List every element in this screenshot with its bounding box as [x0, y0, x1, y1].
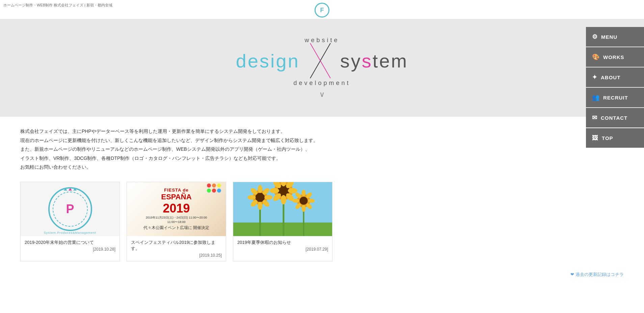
card-fiesta-title: スペインフェスティバル2019に参加致します。 — [131, 239, 222, 252]
card-phase-date: [2019.10.28] — [25, 247, 115, 252]
intro-line2: 現在のホームページに更新機能を付けたい、新しくこんな機能を追加したいなど、デザイ… — [20, 136, 385, 145]
card-fiesta-image: FIESTA de ESPAÑA 2019 2019年11月23日(土)・24日… — [127, 182, 226, 236]
more-link-section: ❤ 過去の更新記録はコチラ — [0, 268, 644, 284]
intro-line3: また、新規ホームページの制作やリニューアルなどのホームページ制作、WEBシステム… — [20, 145, 385, 154]
dot-orange — [212, 183, 216, 188]
sidenav-contact-label: CONTACT — [601, 115, 627, 121]
more-link-anchor[interactable]: ❤ 過去の更新記録はコチラ — [570, 272, 624, 277]
card-fiesta[interactable]: FIESTA de ESPAÑA 2019 2019年11月23日(土)・24日… — [127, 182, 226, 261]
sidenav-about-label: ABOUT — [601, 75, 620, 80]
side-navigation: ⚙ MENU 🎨 WORKS ✦ ABOUT 👥 RECRUIT ✉ CONTA… — [586, 27, 644, 148]
phase-ring: P — [48, 187, 92, 231]
fiesta-venue: 代々木公園イベント広場に 開催決定 — [143, 225, 209, 231]
cross-graphic — [300, 47, 340, 74]
sidenav-works-button[interactable]: 🎨 WORKS — [586, 47, 644, 67]
fiesta-inner: FIESTA de ESPAÑA 2019 2019年11月23日(土)・24日… — [143, 188, 209, 230]
svg-point-9 — [258, 202, 263, 210]
chevron-down-icon: ∨ — [221, 90, 423, 99]
sidenav-top-label: TOP — [602, 135, 613, 141]
svg-point-33 — [293, 199, 299, 203]
phase-p-letter: P — [66, 202, 74, 216]
tab-title: ホームページ制作・WEB制作 株式会社フェイズ | 新宿・都内全域 — [3, 3, 112, 8]
intro-line5: お気軽にお問い合わせください。 — [20, 163, 385, 172]
fiesta-year: 2019 — [143, 201, 209, 216]
development-label: development — [221, 80, 423, 87]
dot-red — [207, 183, 211, 188]
sidenav-top-button[interactable]: 🖼 TOP — [586, 128, 644, 148]
svg-point-26 — [300, 197, 308, 205]
svg-point-22 — [270, 188, 279, 193]
phase-subtitle: System.Produces&Management — [44, 231, 96, 234]
send-icon: ✉ — [592, 114, 597, 121]
fiesta-date-detail: 2019年11月23日(土)・24日(日) 11:00〜20:0011:00〜1… — [143, 216, 209, 224]
recruit-icon: 👥 — [592, 94, 600, 101]
works-icon: 🎨 — [592, 53, 600, 61]
svg-point-5 — [258, 185, 263, 193]
header: ホームページ制作・WEB制作 株式会社フェイズ | 新宿・都内全域 F — [0, 0, 644, 19]
card-phase-image: P System.Produces&Management — [21, 182, 119, 236]
sunflower-svg — [233, 182, 332, 236]
card-sunflower[interactable]: 2019年夏季休暇のお知らせ [2019.07.29] — [233, 182, 332, 261]
intro-line1: 株式会社フェイズでは、主にPHPやデーターベース等を利用した運用・更新作業を簡単… — [20, 127, 385, 136]
sidenav-menu-label: MENU — [601, 34, 617, 40]
hero-inner: website design system development ∨ — [221, 37, 423, 99]
card-phase-info: 2019-2020年末年始の営業について [2019.10.28] — [21, 236, 119, 255]
hero-section: website design system development ∨ — [0, 19, 644, 117]
logo[interactable]: F — [315, 3, 329, 18]
intro-section: 株式会社フェイズでは、主にPHPやデーターベース等を利用した運用・更新作業を簡単… — [0, 117, 405, 175]
sidenav-menu-button[interactable]: ⚙ MENU — [586, 27, 644, 47]
svg-point-29 — [308, 199, 315, 203]
svg-point-7 — [264, 195, 272, 200]
card-sunflower-date: [2019.07.29] — [237, 247, 328, 252]
svg-point-31 — [302, 205, 306, 212]
svg-point-11 — [248, 195, 256, 200]
more-link-text: 過去の更新記録はコチラ — [575, 272, 624, 277]
intro-line4: イラスト制作、VR制作、3DCG制作、各種DTP制作（ロゴ・カタログ・パンフレッ… — [20, 154, 385, 163]
sidenav-about-button[interactable]: ✦ ABOUT — [586, 67, 644, 87]
card-phase-title: 2019-2020年末年始の営業について — [25, 239, 115, 246]
sidenav-contact-button[interactable]: ✉ CONTACT — [586, 108, 644, 127]
cards-section: P System.Produces&Management 2019-2020年末… — [0, 175, 644, 268]
heart-icon: ❤ — [570, 272, 574, 277]
design-text: design — [236, 50, 300, 72]
fiesta-title-text: FIESTA de — [143, 188, 209, 193]
top-icon: 🖼 — [592, 135, 598, 142]
sidenav-recruit-button[interactable]: 👥 RECRUIT — [586, 88, 644, 107]
phase-logo: P System.Produces&Management — [43, 187, 97, 231]
dot-blue — [217, 189, 221, 193]
sidenav-works-label: WORKS — [603, 54, 624, 60]
hero-middle-row: design system — [221, 47, 423, 74]
logo-letter: F — [320, 7, 324, 14]
dot-red2 — [212, 189, 216, 193]
svg-point-20 — [281, 195, 286, 204]
card-phase[interactable]: P System.Produces&Management 2019-2020年末… — [20, 182, 120, 261]
gear-icon: ⚙ — [592, 33, 598, 40]
about-icon: ✦ — [592, 74, 597, 81]
card-fiesta-info: スペインフェスティバル2019に参加致します。 [2019.10.25] — [127, 236, 226, 261]
card-sunflower-title: 2019年夏季休暇のお知らせ — [237, 239, 328, 246]
card-fiesta-date: [2019.10.25] — [131, 253, 222, 258]
card-sunflower-info: 2019年夏季休暇のお知らせ [2019.07.29] — [233, 236, 332, 255]
system-text: system — [340, 50, 408, 72]
card-sunflower-image — [233, 182, 332, 236]
dot-yellow — [217, 183, 221, 188]
sidenav-recruit-label: RECRUIT — [603, 95, 628, 101]
fiesta-espana: ESPAÑA — [143, 193, 209, 201]
svg-point-18 — [288, 188, 297, 193]
svg-point-27 — [302, 190, 306, 196]
website-label: website — [221, 37, 423, 44]
